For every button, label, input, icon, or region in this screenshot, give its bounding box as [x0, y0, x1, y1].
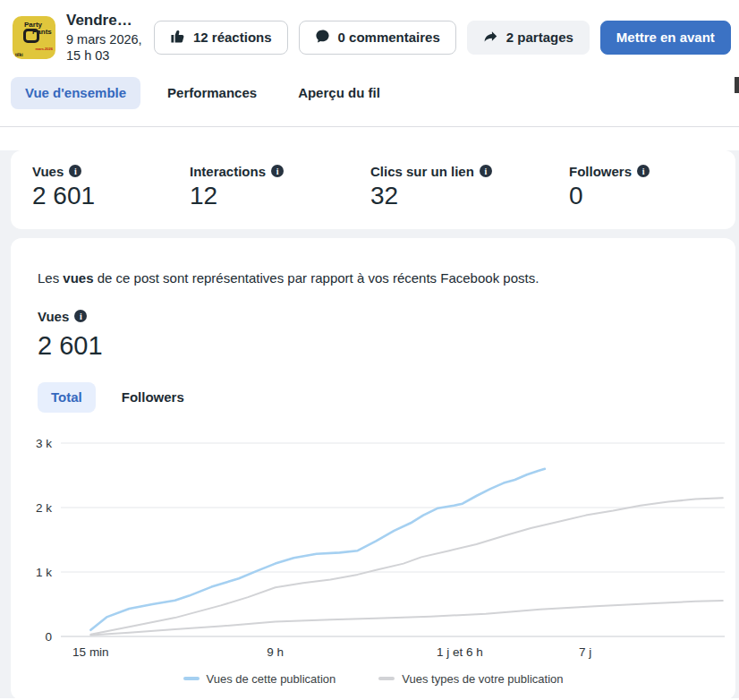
- comments-button[interactable]: 0 commentaires: [299, 21, 456, 55]
- svg-text:0: 0: [45, 629, 52, 643]
- post-title-block: Vendre… 9 mars 2026, 15 h 03: [66, 11, 143, 64]
- gray-line-swatch: [378, 677, 395, 680]
- views-chart[interactable]: 01 k2 k3 k15 min9 h1 j et 6 h7 j: [11, 425, 735, 665]
- share-arrow-icon: [483, 29, 498, 47]
- insight-text: Les vues de ce post sont représentatives…: [11, 270, 735, 286]
- reactions-button[interactable]: 12 réactions: [154, 21, 288, 55]
- avatar-subtext: mars.2026: [35, 47, 53, 51]
- summary-stats-card: Vues i 2 601 Interactions i 12 Clics sur…: [11, 150, 735, 229]
- stat-clics: Clics sur un lien i 32: [370, 164, 569, 229]
- views-chart-card: Les vues de ce post sont représentatives…: [11, 238, 735, 700]
- chart-area: 01 k2 k3 k15 min9 h1 j et 6 h7 j: [11, 425, 735, 669]
- svg-text:9 h: 9 h: [267, 645, 284, 659]
- toggle-followers[interactable]: Followers: [108, 382, 198, 413]
- legend-item-this-post: Vues de cette publication: [183, 672, 336, 686]
- scrollbar-thumb[interactable]: [735, 77, 739, 93]
- chart-legend: Vues de cette publication Vues types de …: [11, 672, 735, 686]
- stat-followers: Followers i 0: [569, 164, 735, 229]
- tab-apercu-du-fil[interactable]: Aperçu du fil: [284, 77, 395, 109]
- views-metric: Vues i 2 601: [11, 309, 735, 361]
- stat-label: Followers: [569, 164, 632, 179]
- shares-button[interactable]: 2 partages: [467, 21, 590, 55]
- blue-line-swatch: [183, 677, 200, 680]
- post-insights-modal: Party Pants mars.2026 tilki Vendre… 9 ma…: [0, 0, 739, 700]
- post-header: Party Pants mars.2026 tilki Vendre… 9 ma…: [0, 0, 739, 73]
- comment-icon: [315, 29, 330, 47]
- overview-content: Vues i 2 601 Interactions i 12 Clics sur…: [0, 150, 739, 698]
- legend-label: Vues types de votre publication: [402, 672, 563, 686]
- info-icon[interactable]: i: [74, 310, 87, 322]
- insights-tab-bar: Vue d'ensemble Performances Aperçu du fi…: [0, 73, 739, 126]
- stat-vues: Vues i 2 601: [32, 164, 190, 229]
- info-icon[interactable]: i: [480, 165, 492, 177]
- svg-text:1 k: 1 k: [36, 565, 52, 578]
- post-date: 9 mars 2026, 15 h 03: [66, 31, 143, 64]
- boost-label: Mettre en avant: [616, 30, 715, 45]
- info-icon[interactable]: i: [637, 165, 650, 177]
- svg-text:3 k: 3 k: [36, 436, 52, 449]
- page-avatar: Party Pants mars.2026 tilki: [13, 16, 55, 59]
- tab-performances[interactable]: Performances: [153, 77, 271, 109]
- stat-label: Vues: [32, 164, 64, 179]
- reactions-label: 12 réactions: [193, 30, 272, 45]
- audience-toggle: Total Followers: [11, 382, 735, 413]
- post-title: Vendre…: [66, 11, 143, 30]
- metric-label: Vues: [38, 309, 69, 324]
- comments-label: 0 commentaires: [338, 30, 440, 45]
- metric-value: 2 601: [38, 331, 709, 361]
- boost-button[interactable]: Mettre en avant: [600, 21, 731, 55]
- stat-interactions: Interactions i 12: [190, 164, 370, 229]
- stat-label: Interactions: [190, 164, 266, 179]
- svg-text:1 j et 6 h: 1 j et 6 h: [437, 645, 483, 659]
- svg-text:2 k: 2 k: [36, 500, 52, 514]
- info-icon[interactable]: i: [69, 165, 81, 177]
- toggle-total[interactable]: Total: [38, 382, 96, 413]
- stat-value: 32: [370, 182, 569, 210]
- svg-text:15 min: 15 min: [72, 645, 109, 659]
- stat-label: Clics sur un lien: [370, 164, 474, 179]
- spacer: [0, 127, 739, 150]
- info-icon[interactable]: i: [271, 165, 284, 177]
- thumbs-up-icon: [170, 29, 185, 47]
- tab-vue-densemble[interactable]: Vue d'ensemble: [11, 77, 140, 109]
- shares-label: 2 partages: [506, 30, 573, 45]
- card-gap: [11, 229, 735, 238]
- stat-value: 2 601: [32, 182, 190, 210]
- legend-item-typical: Vues types de votre publication: [378, 672, 563, 686]
- legend-label: Vues de cette publication: [207, 672, 336, 686]
- stat-value: 12: [190, 182, 370, 210]
- svg-text:7 j: 7 j: [579, 645, 591, 659]
- stat-value: 0: [569, 182, 735, 210]
- avatar-corner-text: tilki: [15, 52, 23, 57]
- avatar-loop-shape: [23, 29, 39, 43]
